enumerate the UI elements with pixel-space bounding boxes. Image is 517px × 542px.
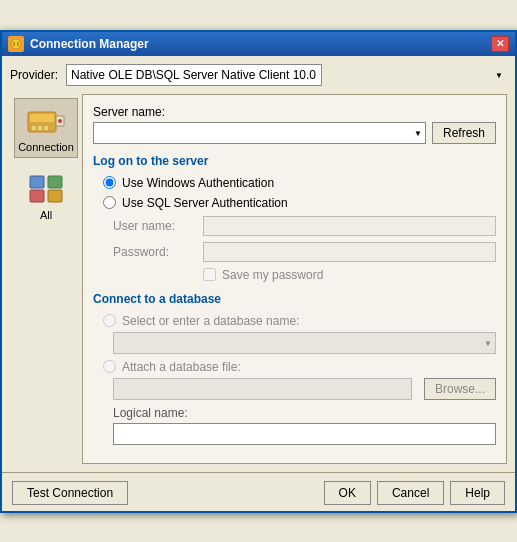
save-password-checkbox[interactable] bbox=[203, 268, 216, 281]
username-label: User name: bbox=[113, 219, 203, 233]
server-row: Refresh bbox=[93, 122, 496, 144]
username-row: User name: bbox=[93, 216, 496, 236]
connection-icon bbox=[26, 103, 66, 139]
windows-auth-label[interactable]: Use Windows Authentication bbox=[122, 176, 274, 190]
attach-db-radio-row: Attach a database file: bbox=[93, 360, 496, 374]
window-body: Provider: Native OLE DB\SQL Server Nativ… bbox=[2, 56, 515, 472]
save-password-label: Save my password bbox=[222, 268, 323, 282]
attach-db-radio[interactable] bbox=[103, 360, 116, 373]
save-password-row: Save my password bbox=[93, 268, 496, 282]
svg-rect-4 bbox=[30, 114, 54, 122]
attach-file-row: Browse... bbox=[93, 378, 496, 400]
svg-rect-10 bbox=[30, 176, 44, 188]
svg-rect-11 bbox=[48, 176, 62, 188]
sidebar-item-all[interactable]: All bbox=[14, 166, 78, 226]
svg-rect-13 bbox=[48, 190, 62, 202]
password-row: Password: bbox=[93, 242, 496, 262]
db-name-input[interactable] bbox=[113, 332, 496, 354]
username-input[interactable] bbox=[203, 216, 496, 236]
svg-point-0 bbox=[11, 39, 21, 49]
footer-left: Test Connection bbox=[12, 481, 128, 505]
svg-point-6 bbox=[58, 119, 62, 123]
provider-select-wrapper: Native OLE DB\SQL Server Native Client 1… bbox=[66, 64, 507, 86]
provider-label: Provider: bbox=[10, 68, 58, 82]
footer: Test Connection OK Cancel Help bbox=[2, 472, 515, 511]
cancel-button[interactable]: Cancel bbox=[377, 481, 444, 505]
svg-rect-7 bbox=[32, 126, 36, 130]
svg-rect-9 bbox=[44, 126, 48, 130]
refresh-button[interactable]: Refresh bbox=[432, 122, 496, 144]
sidebar-all-label: All bbox=[40, 209, 52, 221]
password-input[interactable] bbox=[203, 242, 496, 262]
sidebar-connection-label: Connection bbox=[18, 141, 74, 153]
ok-button[interactable]: OK bbox=[324, 481, 371, 505]
help-button[interactable]: Help bbox=[450, 481, 505, 505]
attach-file-input[interactable] bbox=[113, 378, 412, 400]
svg-rect-1 bbox=[13, 42, 15, 46]
select-db-label[interactable]: Select or enter a database name: bbox=[122, 314, 299, 328]
content-panel: Server name: Refresh Log on to the serve… bbox=[82, 94, 507, 464]
attach-db-label[interactable]: Attach a database file: bbox=[122, 360, 241, 374]
password-label: Password: bbox=[113, 245, 203, 259]
sidebar-item-connection[interactable]: Connection bbox=[14, 98, 78, 158]
provider-select[interactable]: Native OLE DB\SQL Server Native Client 1… bbox=[66, 64, 322, 86]
server-name-input[interactable] bbox=[93, 122, 426, 144]
test-connection-button[interactable]: Test Connection bbox=[12, 481, 128, 505]
sidebar: Connection All bbox=[10, 94, 82, 464]
server-select-wrap bbox=[93, 122, 426, 144]
select-db-radio[interactable] bbox=[103, 314, 116, 327]
svg-rect-8 bbox=[38, 126, 42, 130]
main-content: Connection All S bbox=[10, 94, 507, 464]
sql-auth-label[interactable]: Use SQL Server Authentication bbox=[122, 196, 288, 210]
db-select-field-row bbox=[93, 332, 496, 354]
server-name-label: Server name: bbox=[93, 105, 496, 119]
sql-auth-row: Use SQL Server Authentication bbox=[93, 196, 496, 210]
browse-button[interactable]: Browse... bbox=[424, 378, 496, 400]
window-title: Connection Manager bbox=[30, 37, 149, 51]
footer-right: OK Cancel Help bbox=[324, 481, 505, 505]
db-section-header: Connect to a database bbox=[93, 292, 496, 306]
provider-row: Provider: Native OLE DB\SQL Server Nativ… bbox=[10, 64, 507, 86]
db-select-wrap bbox=[113, 332, 496, 354]
sql-auth-radio[interactable] bbox=[103, 196, 116, 209]
svg-rect-2 bbox=[17, 42, 19, 46]
logon-section-header: Log on to the server bbox=[93, 154, 496, 168]
windows-auth-row: Use Windows Authentication bbox=[93, 176, 496, 190]
title-bar: Connection Manager ✕ bbox=[2, 32, 515, 56]
logical-name-label: Logical name: bbox=[93, 406, 496, 420]
all-icon bbox=[26, 171, 66, 207]
windows-auth-radio[interactable] bbox=[103, 176, 116, 189]
select-db-radio-row: Select or enter a database name: bbox=[93, 314, 496, 328]
logical-name-row bbox=[93, 423, 496, 445]
connection-manager-window: Connection Manager ✕ Provider: Native OL… bbox=[0, 30, 517, 513]
window-icon bbox=[8, 36, 24, 52]
svg-rect-12 bbox=[30, 190, 44, 202]
logical-name-input[interactable] bbox=[113, 423, 496, 445]
close-button[interactable]: ✕ bbox=[491, 36, 509, 52]
